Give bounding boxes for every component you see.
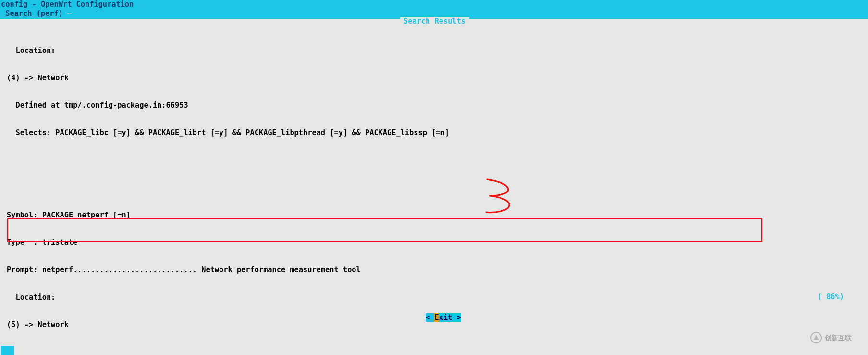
window-title: config - OpenWrt Configuration	[0, 0, 868, 9]
scroll-percent: ( 86%)	[818, 292, 844, 302]
statusbar	[0, 346, 868, 355]
result-line: Selects: PACKAGE_libc [=y] && PACKAGE_li…	[7, 128, 862, 138]
result-line: Type : tristate	[7, 238, 862, 247]
exit-button[interactable]: < Exit >	[426, 313, 461, 322]
result-line: Location:	[7, 46, 862, 55]
search-results-dialog: Search Results Location: (4) -> Network …	[7, 19, 862, 296]
cursor-block	[1, 346, 14, 355]
result-line	[7, 183, 862, 192]
result-line: Location:	[7, 293, 862, 302]
dialog-title: Search Results	[400, 17, 469, 26]
result-line: Prompt: netperf.........................…	[7, 266, 862, 275]
result-line: Defined at tmp/.config-package.in:66953	[7, 101, 862, 110]
result-line: Symbol: PACKAGE_netperf [=n]	[7, 211, 862, 220]
result-line	[7, 156, 862, 165]
result-line[interactable]: (4) -> Network	[7, 74, 862, 83]
